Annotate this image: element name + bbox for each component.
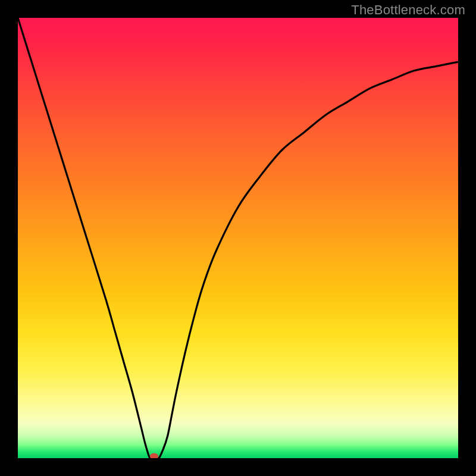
plot-area — [18, 18, 458, 458]
bottleneck-curve — [18, 18, 458, 458]
minimum-marker-dot — [150, 453, 158, 459]
chart-stage: TheBottleneck.com — [0, 0, 476, 476]
watermark-text: TheBottleneck.com — [351, 2, 465, 18]
